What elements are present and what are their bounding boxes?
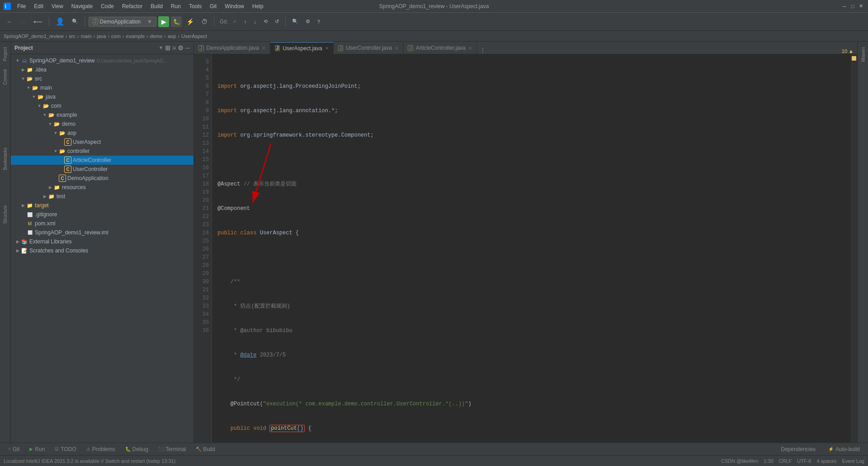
tree-java[interactable]: ▼ 📂 java <box>11 92 193 101</box>
side-commit-label[interactable]: Commit <box>3 66 8 88</box>
search-button[interactable]: 🔍 <box>289 17 301 26</box>
bottom-tab-todo[interactable]: ☑ TODO <box>50 445 80 453</box>
code-content[interactable]: import org.aspectj.lang.ProceedingJoinPo… <box>212 54 851 442</box>
help-toolbar-button[interactable]: ? <box>315 18 323 26</box>
tab-close-3[interactable]: ✕ <box>468 46 472 51</box>
menu-file[interactable]: File <box>14 2 29 10</box>
minimize-button[interactable]: ─ <box>841 3 848 10</box>
git-pull-button[interactable]: ↓ <box>251 18 259 26</box>
tree-demoapplication[interactable]: C DemoApplication <box>11 174 193 183</box>
tab-useraspect[interactable]: J UserAspect.java ✕ <box>270 42 334 54</box>
menu-tools[interactable]: Tools <box>185 2 205 10</box>
breadcrumb-item-2[interactable]: main <box>81 33 92 39</box>
tab-demoapplication[interactable]: J DemoApplication.java ✕ <box>194 42 270 54</box>
tree-useraspect[interactable]: C UserAspect <box>11 138 193 147</box>
tab-close-1[interactable]: ✕ <box>325 46 329 51</box>
settings-button[interactable]: ⚙ <box>303 17 313 26</box>
maximize-button[interactable]: □ <box>849 3 856 10</box>
breadcrumb-item-6[interactable]: demo <box>150 33 163 39</box>
breadcrumb-item-3[interactable]: java <box>97 33 106 39</box>
debug-button[interactable]: 🐛 <box>171 16 182 27</box>
menu-build[interactable]: Build <box>147 2 166 10</box>
breadcrumb-item-4[interactable]: com <box>111 33 121 39</box>
indent-indicator[interactable]: 4 spaces <box>816 458 836 464</box>
tree-root[interactable]: ▼ 🗂 SpringAOP_demo1_review D:\Java\code\… <box>11 56 193 65</box>
warning-indicator[interactable]: 10 ▲ <box>842 48 854 54</box>
side-project-label[interactable]: Project <box>3 43 8 65</box>
git-history-button[interactable]: ⟲ <box>261 17 270 26</box>
bottom-tab-deps[interactable]: Dependencies <box>776 445 820 453</box>
bottom-tab-git[interactable]: ⑂ Git <box>4 445 24 453</box>
profile-button[interactable]: 👤 <box>53 16 67 27</box>
tree-aop[interactable]: ▼ 📂 aop <box>11 128 193 138</box>
panel-icon-scope[interactable]: ⊞ <box>165 44 170 52</box>
navigate-back-button[interactable]: ⟵ <box>31 17 45 27</box>
run-config-selector[interactable]: J DemoApplication ▼ <box>89 17 156 27</box>
menu-navigate[interactable]: Navigate <box>68 2 96 10</box>
panel-icon-collapse[interactable]: ≡ <box>172 44 176 52</box>
back-button[interactable]: ← <box>4 17 15 27</box>
menu-edit[interactable]: Edit <box>30 2 47 10</box>
tab-usercontroller[interactable]: J UserController.java ✕ <box>334 42 404 54</box>
git-revert-button[interactable]: ↺ <box>272 17 282 26</box>
encoding-indicator[interactable]: UTF-8 <box>797 458 811 464</box>
menu-run[interactable]: Run <box>167 2 184 10</box>
side-bookmarks-label[interactable]: Bookmarks <box>3 144 8 174</box>
breadcrumb-item-0[interactable]: SpringAOP_demo1_review <box>4 33 64 39</box>
panel-dropdown-icon[interactable]: ▼ <box>159 45 163 50</box>
breadcrumb-item-7[interactable]: aop <box>168 33 176 39</box>
line-sep-indicator[interactable]: CRLF <box>779 458 792 464</box>
maven-label[interactable]: Maven <box>859 42 868 67</box>
breadcrumb-item-5[interactable]: example <box>126 33 145 39</box>
bottom-tab-problems[interactable]: ⚠ Problems <box>82 445 120 453</box>
bottom-tab-run[interactable]: ▶ Run <box>25 445 49 453</box>
close-button[interactable]: ✕ <box>857 3 864 10</box>
tree-external-libraries[interactable]: ▶ 📚 External Libraries <box>11 237 193 246</box>
tree-src[interactable]: ▼ 📂 src <box>11 74 193 83</box>
profile-run-button[interactable]: ⏱ <box>198 17 210 27</box>
tree-example[interactable]: ▼ 📂 example <box>11 110 193 119</box>
tree-gitignore[interactable]: ⬜ .gitignore <box>11 210 193 219</box>
menu-window[interactable]: Window <box>221 2 248 10</box>
bottom-tab-debug[interactable]: 🐛 Debug <box>121 445 153 453</box>
tree-usercontroller[interactable]: C UserController <box>11 165 193 174</box>
tab-close-2[interactable]: ✕ <box>395 46 398 51</box>
event-log-indicator[interactable]: Event Log <box>842 458 864 464</box>
line-col-indicator[interactable]: 1:30 <box>764 458 773 464</box>
breadcrumb-item-8[interactable]: UserAspect <box>181 33 207 39</box>
git-check-button[interactable]: ✓ <box>230 17 240 26</box>
bottom-tab-build[interactable]: 🔨 Build <box>191 445 220 453</box>
run-button[interactable]: ▶ <box>158 16 169 27</box>
tree-demo[interactable]: ▼ 📂 demo <box>11 119 193 128</box>
coverage-button[interactable]: ⚡ <box>184 17 197 27</box>
tree-articlecontroller[interactable]: C ArticleController <box>11 156 193 165</box>
tree-iml[interactable]: ⬜ SpringAOP_demo1_review.iml <box>11 228 193 237</box>
panel-icon-settings[interactable]: ⚙ <box>178 44 184 52</box>
menu-code[interactable]: Code <box>97 2 118 10</box>
code-editor[interactable]: 3 4 5 6 7 8 9 10 11 12 13 14 15 16 17 18… <box>194 54 857 442</box>
menu-help[interactable]: Help <box>249 2 267 10</box>
tree-controller[interactable]: ▼ 📂 controller <box>11 147 193 156</box>
tree-test[interactable]: ▶ 📁 test <box>11 192 193 201</box>
tree-scratches[interactable]: ▶ 📝 Scratches and Consoles <box>11 246 193 255</box>
menu-view[interactable]: View <box>48 2 67 10</box>
search-everywhere-button[interactable]: 🔍 <box>69 17 81 26</box>
tabs-more[interactable]: ⋮ <box>477 47 489 54</box>
side-structure-label[interactable]: Structure <box>3 202 8 228</box>
tree-com[interactable]: ▼ 📂 com <box>11 101 193 110</box>
tab-articlecontroller[interactable]: J ArticleController.java ✕ <box>403 42 477 54</box>
tree-idea[interactable]: ▶ 📁 .idea <box>11 65 193 74</box>
panel-icon-close[interactable]: ─ <box>185 44 190 52</box>
menu-git[interactable]: Git <box>206 2 220 10</box>
tree-main[interactable]: ▼ 📂 main <box>11 83 193 92</box>
bottom-tab-autobuild[interactable]: ⚡ Auto-build <box>824 445 864 453</box>
tab-close-0[interactable]: ✕ <box>262 46 265 51</box>
menu-refactor[interactable]: Refactor <box>118 2 146 10</box>
breadcrumb-item-1[interactable]: src <box>69 33 75 39</box>
git-push-button[interactable]: ↑ <box>241 18 250 26</box>
tree-resources[interactable]: ▶ 📁 resources <box>11 183 193 192</box>
forward-button[interactable]: → <box>17 17 29 27</box>
bottom-tab-terminal[interactable]: ⬛ Terminal <box>154 445 190 453</box>
tree-pomxml[interactable]: M pom.xml <box>11 219 193 228</box>
tree-target[interactable]: ▶ 📁 target <box>11 201 193 210</box>
